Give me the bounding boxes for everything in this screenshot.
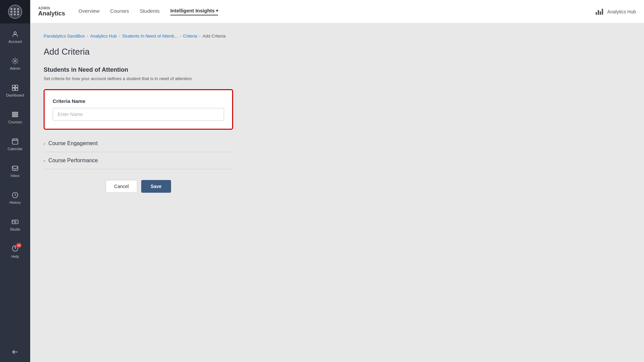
admin-icon: [11, 57, 19, 65]
svg-rect-4: [12, 88, 15, 90]
criteria-name-input[interactable]: [53, 108, 224, 121]
studio-icon: [11, 218, 19, 226]
svg-rect-3: [15, 85, 18, 87]
logo-circle: [8, 5, 22, 19]
breadcrumb-current: Add Criteria: [203, 34, 226, 39]
svg-rect-13: [12, 166, 18, 170]
breadcrumb-sep-2: ›: [119, 34, 120, 39]
back-arrow-icon: [11, 348, 19, 356]
nav-courses[interactable]: Courses: [110, 8, 129, 15]
svg-rect-9: [12, 139, 18, 144]
nav-students[interactable]: Students: [140, 8, 159, 15]
sidebar-item-dashboard[interactable]: Dashboard: [0, 77, 30, 104]
dropdown-arrow-icon: ▾: [216, 8, 218, 13]
svg-rect-7: [12, 114, 18, 115]
breadcrumb-sep-4: ›: [199, 34, 201, 39]
account-icon: [11, 31, 19, 38]
help-badge-container: 10: [11, 245, 19, 253]
course-engagement-section: › Course Engagement: [44, 135, 233, 152]
analytics-hub-label: Analytics Hub: [607, 9, 636, 14]
sidebar-bottom: [0, 342, 30, 362]
analytics-hub-link[interactable]: Analytics Hub: [596, 9, 636, 15]
breadcrumb-students[interactable]: Students In Need of Attenti...: [122, 34, 178, 39]
topnav-links: Overview Courses Students Intelligent In…: [78, 8, 596, 15]
sidebar-label-inbox: Inbox: [11, 174, 20, 178]
sidebar-item-account[interactable]: Account: [0, 23, 30, 50]
courses-icon: [11, 111, 19, 118]
topnav: ADMIN Analytics Overview Courses Student…: [30, 0, 644, 23]
brand: ADMIN Analytics: [38, 6, 65, 17]
logo[interactable]: [0, 0, 30, 23]
svg-rect-6: [12, 112, 18, 113]
sidebar-label-dashboard: Dashboard: [6, 93, 24, 97]
cancel-button[interactable]: Cancel: [106, 180, 137, 193]
breadcrumb-hub[interactable]: Analytics Hub: [90, 34, 117, 39]
sidebar-label-studio: Studio: [10, 227, 20, 231]
sidebar-item-studio[interactable]: Studio: [0, 211, 30, 238]
svg-rect-5: [15, 88, 18, 90]
breadcrumb-sandbox[interactable]: Pandalytics SandBox: [44, 34, 85, 39]
course-engagement-title: Course Engagement: [48, 140, 98, 146]
analytics-hub-icon: [596, 9, 603, 15]
back-button[interactable]: [0, 342, 30, 362]
nav-overview[interactable]: Overview: [78, 8, 100, 15]
section-heading: Students in Need of Attention: [44, 66, 631, 73]
course-performance-section: › Course Performance: [44, 152, 233, 169]
breadcrumb-sep-3: ›: [180, 34, 181, 39]
criteria-name-card: Criteria Name: [44, 89, 233, 130]
page-title: Add Criteria: [44, 47, 631, 57]
sidebar-label-courses: Courses: [8, 120, 22, 124]
svg-point-1: [14, 60, 16, 62]
course-performance-title: Course Performance: [48, 158, 98, 164]
course-engagement-header[interactable]: › Course Engagement: [44, 140, 233, 146]
app-name: Analytics: [38, 10, 65, 17]
svg-rect-8: [12, 116, 18, 117]
sidebar-item-calendar[interactable]: Calendar: [0, 131, 30, 158]
nav-intelligent-insights[interactable]: Intelligent Insights ▾: [170, 8, 218, 15]
sidebar-item-admin[interactable]: Admin: [0, 50, 30, 77]
breadcrumb-sep-1: ›: [87, 34, 88, 39]
help-badge-count: 10: [16, 243, 21, 248]
admin-label: ADMIN: [38, 6, 65, 10]
sidebar-label-history: History: [9, 200, 21, 204]
sidebar-item-help[interactable]: 10 Help: [0, 238, 30, 265]
svg-point-0: [14, 32, 16, 34]
dashboard-icon: [11, 84, 19, 92]
logo-icon: [10, 8, 20, 15]
sidebar-label-help: Help: [11, 254, 19, 258]
svg-rect-2: [12, 85, 15, 87]
sidebar: Account Admin Dashboard Courses Calendar: [0, 0, 30, 362]
inbox-icon: [11, 165, 19, 172]
sidebar-label-account: Account: [8, 40, 22, 44]
svg-rect-15: [12, 220, 18, 224]
sidebar-item-courses[interactable]: Courses: [0, 104, 30, 131]
history-icon: [11, 191, 19, 199]
svg-point-16: [14, 221, 16, 223]
breadcrumb: Pandalytics SandBox › Analytics Hub › St…: [44, 34, 631, 39]
course-engagement-chevron-icon: ›: [44, 141, 45, 146]
breadcrumb-criteria[interactable]: Criteria: [183, 34, 197, 39]
sidebar-item-history[interactable]: History: [0, 184, 30, 211]
sidebar-label-admin: Admin: [10, 66, 20, 70]
main-area: ADMIN Analytics Overview Courses Student…: [30, 0, 644, 362]
content-area: Pandalytics SandBox › Analytics Hub › St…: [30, 23, 644, 362]
action-buttons: Cancel Save: [44, 180, 233, 193]
calendar-icon: [11, 138, 19, 145]
section-description: Set criteria for how your account define…: [44, 76, 631, 81]
course-performance-header[interactable]: › Course Performance: [44, 158, 233, 164]
save-button[interactable]: Save: [141, 180, 171, 193]
sidebar-item-inbox[interactable]: Inbox: [0, 158, 30, 184]
sidebar-label-calendar: Calendar: [8, 147, 23, 151]
criteria-name-label: Criteria Name: [53, 98, 224, 104]
course-performance-chevron-icon: ›: [44, 158, 45, 163]
